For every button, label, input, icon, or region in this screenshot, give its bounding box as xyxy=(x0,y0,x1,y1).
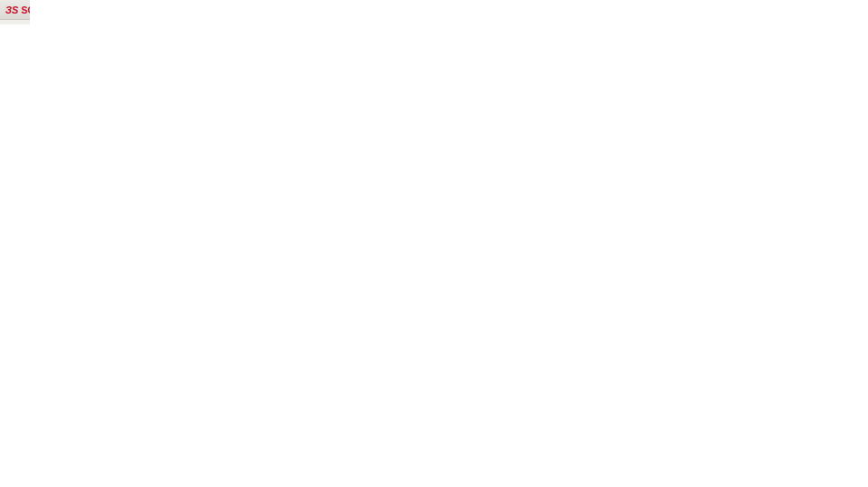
3ds-logo-icon xyxy=(5,5,18,15)
quick-access-toolbar xyxy=(0,20,30,24)
command-ribbon: Edit Component Insert Components Mate Co… xyxy=(0,20,30,24)
solidworks-window: SOLIDWORKS Connected FileEditViewInsertT… xyxy=(0,0,30,24)
app-logo-text: SOLIDWORKS Connected xyxy=(21,5,30,15)
back-icon xyxy=(24,23,30,24)
quick-access-button[interactable] xyxy=(5,23,22,24)
quick-access-button[interactable] xyxy=(24,23,30,24)
titlebar: SOLIDWORKS Connected FileEditViewInsertT… xyxy=(0,0,30,20)
home-icon xyxy=(5,23,18,24)
